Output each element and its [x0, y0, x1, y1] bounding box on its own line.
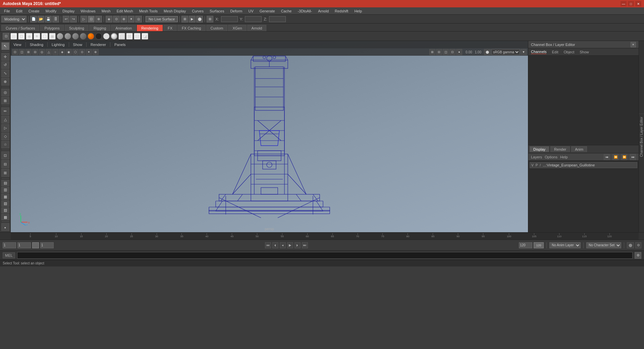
layer-step-fwd[interactable]: ⏩ [621, 154, 627, 160]
tab-xgen[interactable]: XGen [228, 25, 246, 31]
render-tab[interactable]: Render [550, 146, 570, 152]
shelf4-button[interactable]: ▧ [1, 200, 9, 206]
workspace-select[interactable]: Modeling [1, 16, 26, 22]
shelf2-button[interactable]: ▥ [1, 187, 9, 193]
menu-file[interactable]: File [1, 8, 13, 14]
snap3-button[interactable]: ⊕ [120, 16, 127, 22]
range-start-input[interactable] [3, 242, 16, 248]
layer-placeholder[interactable]: P [536, 163, 538, 167]
mel-settings-button[interactable]: ⚙ [635, 252, 641, 259]
vp-icon5[interactable]: ⬡ [72, 49, 78, 55]
open-button[interactable]: 📂 [38, 16, 44, 22]
help-subtab[interactable]: Help [560, 155, 568, 159]
options-subtab[interactable]: Options [545, 155, 557, 159]
menu-meshdisplay[interactable]: Mesh Display [161, 8, 189, 14]
z-input[interactable] [269, 16, 286, 22]
step-back-button[interactable]: ⏴ [272, 242, 278, 248]
vp-gamma-btn[interactable]: ⬤ [484, 49, 491, 55]
y-input[interactable] [245, 16, 262, 22]
tab-rendering[interactable]: Rendering [137, 25, 163, 31]
viewport-menu-panels[interactable]: Panels [114, 43, 126, 47]
wire-icon[interactable]: ⊟ [134, 33, 141, 40]
viewport-menu-renderer[interactable]: Renderer [91, 43, 106, 47]
vp-icon11[interactable]: ◫ [443, 49, 449, 55]
layer-prev-btn[interactable]: ⏮ [604, 154, 610, 160]
menu-display[interactable]: Display [60, 8, 77, 14]
show-manip-button[interactable]: ⊡ [1, 151, 9, 159]
menu-windows[interactable]: Windows [78, 8, 98, 14]
goto-start-button[interactable]: ⏮ [265, 242, 271, 248]
menu-modify[interactable]: Modify [43, 8, 59, 14]
display-tab[interactable]: Display [530, 146, 549, 152]
shelf6-button[interactable]: ▩ [1, 214, 9, 220]
material-ball-lambert[interactable] [57, 33, 63, 40]
layer-row-guillotine[interactable]: V P / ...:Vintage_European_Guillotine [530, 162, 637, 168]
menu-curves[interactable]: Curves [189, 8, 206, 14]
snap4-button[interactable]: ✦ [128, 16, 135, 22]
save-button[interactable]: 💾 [45, 16, 52, 22]
shelf5-button[interactable]: ▨ [1, 207, 9, 213]
menu-help[interactable]: Help [352, 8, 365, 14]
step-forward-button[interactable]: ⏵ [294, 242, 301, 248]
menu-redshift[interactable]: Redshift [332, 8, 351, 14]
layer-step-back[interactable]: ⏪ [612, 154, 619, 160]
undo-button[interactable]: ↩ [63, 16, 69, 22]
menu-cache[interactable]: Cache [278, 8, 294, 14]
vp-icon7[interactable]: ✦ [86, 49, 92, 55]
play-forward-button[interactable]: ▶ [287, 242, 293, 248]
viewport[interactable]: View Shading Lighting Show Renderer Pane… [11, 41, 528, 232]
current-frame-input[interactable] [17, 242, 31, 248]
vp-icon8[interactable]: ⊕ [93, 49, 99, 55]
material-ball-dark[interactable] [95, 33, 102, 40]
layer-next-btn[interactable]: ⏭ [630, 154, 636, 160]
goto-end-button[interactable]: ⏭ [302, 242, 308, 248]
show-hide-button[interactable]: ⊞ [207, 16, 213, 22]
vp-grid-btn[interactable]: ⊞ [25, 49, 32, 55]
viewport-menu-lighting[interactable]: Lighting [52, 43, 65, 47]
texture-icon[interactable]: ⬜ [118, 33, 125, 40]
move-tool-button[interactable]: ✛ [1, 53, 9, 61]
sculpt2-button[interactable]: ▷ [1, 124, 9, 132]
settings-btn2[interactable]: ⚙ [635, 242, 641, 248]
anim-layer-select[interactable]: No Anim Layer [549, 242, 581, 248]
shader-icon2[interactable]: ⊙ [18, 33, 25, 40]
shader-icon[interactable]: ◎ [10, 33, 17, 40]
shader-icon3[interactable]: ◈ [26, 33, 33, 40]
anim-tab[interactable]: Anim [571, 146, 587, 152]
vp-col-btn[interactable]: ◎ [39, 49, 45, 55]
shader-icon4[interactable]: ✦ [34, 33, 40, 40]
soft-select-button[interactable]: ◎ [1, 89, 9, 96]
material-ball-phong[interactable] [64, 33, 71, 40]
vp-icon1[interactable]: △ [46, 49, 52, 55]
vp-cam-btn[interactable]: ◫ [19, 49, 25, 55]
scale-tool-button[interactable]: ⤡ [1, 69, 9, 77]
tab-fx[interactable]: FX [163, 25, 177, 31]
channels-tab[interactable]: Channels [531, 50, 546, 54]
universal-manip-button[interactable]: ⊕ [1, 78, 9, 86]
layer-visible[interactable]: V [531, 163, 534, 167]
edge-tab-channelbox[interactable]: Channel Box / Layer Editor [639, 114, 644, 160]
save-as-button[interactable]: 🗄 [52, 16, 59, 22]
material-ball-specular[interactable] [111, 33, 117, 40]
vp-icon9[interactable]: ⊞ [429, 49, 435, 55]
vp-icon6[interactable]: ⊙ [79, 49, 85, 55]
tab-arnold[interactable]: Arnold [247, 25, 267, 31]
mel-label[interactable]: MEL [3, 252, 15, 258]
frame-tick[interactable] [32, 242, 39, 248]
menu-editmesh[interactable]: Edit Mesh [114, 8, 136, 14]
sculpt4-button[interactable]: ☆ [1, 141, 9, 149]
lasso-button[interactable]: ⊡ [88, 16, 95, 22]
vp-icon3[interactable]: ◈ [59, 49, 65, 55]
play-back-button[interactable]: ◂ [280, 242, 286, 248]
material-ball-light[interactable] [103, 33, 110, 40]
tab-sculpting[interactable]: Sculpting [65, 25, 89, 31]
menu-meshtools[interactable]: Mesh Tools [137, 8, 160, 14]
snap5-button[interactable]: ◎ [135, 16, 142, 22]
close-button[interactable]: ✕ [635, 1, 641, 6]
snap1-button[interactable]: ◈ [106, 16, 112, 22]
menu-deform[interactable]: Deform [227, 8, 245, 14]
timeline-ruler[interactable]: 5 10 15 20 25 30 35 40 45 50 55 60 65 70… [11, 233, 639, 240]
snap2-button[interactable]: ⊙ [113, 16, 120, 22]
select-mode-button[interactable]: ▷ [80, 16, 87, 22]
uv-icon[interactable]: ◪ [142, 33, 148, 40]
